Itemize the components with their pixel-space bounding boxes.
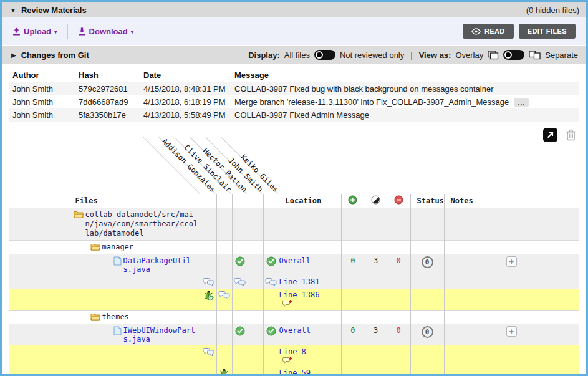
file-icon [113,256,122,266]
line-link[interactable]: Line 1381 [279,277,320,286]
upload-caret-icon: ▾ [54,29,57,35]
added-count: 0 [342,326,365,335]
added-count: 0 [342,256,365,265]
view-option-overlay[interactable]: Overlay [455,51,483,60]
reviewer-name-headers: Addison Gonzales Clive Sinclair Hector P… [2,143,586,194]
changed-lines-icon [371,195,380,205]
comment-bubbles-icon[interactable] [265,277,277,287]
commit-date: 4/13/2018, 5:58:49 PM [140,108,231,122]
commit-author: John Smith [9,82,75,96]
line-link[interactable]: Line 59 [279,369,311,376]
overall-link[interactable]: Overall [279,256,311,265]
folder-name: manager [102,243,201,252]
separate-view-icon [529,51,541,60]
commit-author: John Smith [9,108,75,122]
folder-icon [90,243,100,251]
commit-message: COLLAB-3987 Fixed Admin Message [231,108,579,122]
file-link[interactable]: DataPackageUtils.java [123,256,196,274]
display-toggle[interactable] [314,50,335,60]
changed-count: 3 [364,326,387,335]
commit-hash: 5fa3350b17e [75,108,140,122]
add-note-button[interactable]: + [506,326,517,337]
file-link[interactable]: IWebUIWindowParts.java [123,326,196,344]
commit-row[interactable]: John Smith 7dd66687ad9 4/13/2018, 6:18:1… [9,95,579,108]
display-option-not-reviewed[interactable]: Not reviewed only [340,51,404,60]
reviewed-check-icon [266,256,276,266]
col-location: Location [279,194,341,208]
comment-line-row-unread: Line 8 [9,345,579,367]
defect-status-badge: 0 [422,326,433,338]
page-title: Review Materials [21,6,87,15]
fixed-defect-bug-icon[interactable] [219,369,230,376]
line-link[interactable]: Line 1386 [279,291,320,299]
comment-bubbles-icon[interactable] [234,277,246,287]
display-option-all-files[interactable]: All files [284,51,310,60]
add-comment-icon[interactable] [282,299,292,308]
download-caret-icon: ▾ [131,29,134,35]
defect-status-badge: 0 [422,256,433,268]
comment-line-row-unread: Line 59 [9,367,579,376]
col-hash: Hash [75,69,140,82]
comment-line-row: Line 1381 [9,276,579,289]
overlay-view-icon [488,51,499,60]
col-author: Author [9,69,75,82]
removed-lines-icon [394,195,403,205]
reviewed-check-icon [266,326,276,336]
file-row: IWebUIWindowParts.java Overall 0 3 0 0 + [9,324,579,346]
file-row: DataPackageUtils.java Overall 0 3 0 0 + [9,254,579,276]
changed-count: 3 [364,256,387,265]
view-as-label: View as: [419,51,451,60]
overall-link[interactable]: Overall [279,326,311,335]
fixed-defect-bug-icon[interactable] [203,291,214,301]
view-option-separate[interactable]: Separate [545,51,578,60]
col-date: Date [140,69,231,82]
upload-button[interactable]: Upload ▾ [12,27,57,36]
col-notes: Notes [444,194,579,208]
edit-files-label: EDIT FILES [528,27,567,35]
expand-triangle-icon[interactable]: ▶ [11,52,16,59]
removed-count: 0 [387,256,410,265]
files-header-row: Files Location Status Notes [9,194,579,208]
comment-line-row-unread: Line 1386 [9,289,579,311]
hidden-files-count: (0 hidden files) [526,6,579,15]
display-label: Display: [248,51,280,60]
comment-bubbles-icon[interactable] [203,347,214,357]
read-button[interactable]: READ [463,24,514,39]
commit-date: 4/13/2018, 6:18:19 PM [140,95,231,108]
download-button[interactable]: Download ▾ [78,27,134,36]
git-commits-table: Author Hash Date Message John Smith 579c… [9,69,579,122]
table-actions [11,127,577,143]
view-as-toggle-knob [504,51,512,59]
edit-files-button[interactable]: EDIT FILES [519,24,576,39]
comment-bubbles-icon[interactable] [203,277,214,287]
add-note-button[interactable]: + [506,256,517,267]
col-message: Message [231,69,579,82]
line-link[interactable]: Line 8 [279,347,306,356]
collapse-triangle-icon[interactable]: ▼ [10,7,16,14]
commits-header-row: Author Hash Date Message [9,69,579,82]
folder-icon [90,312,100,321]
delete-button[interactable] [565,128,577,142]
removed-count: 0 [387,326,410,335]
read-label: READ [484,27,505,35]
reviewed-check-icon [235,326,245,336]
col-files: Files [67,194,201,208]
section-header-review-materials: ▼ Review Materials (0 hidden files) [2,2,586,17]
folder-row: collab-datamodel/src/main/java/com/smart… [9,208,579,241]
download-label: Download [89,27,128,36]
commit-date: 4/15/2018, 8:48:31 PM [140,82,231,96]
git-section-title: Changes from Git [21,51,89,60]
comment-bubbles-icon[interactable] [218,291,230,300]
arrow-up-right-icon [546,131,554,139]
view-as-toggle[interactable] [503,50,524,60]
commit-row[interactable]: John Smith 579c2972681 4/15/2018, 8:48:3… [9,82,579,96]
toolbar: Upload ▾ Download ▾ READ EDIT FILES [2,17,586,45]
commit-row[interactable]: John Smith 5fa3350b17e 4/13/2018, 5:58:4… [9,108,579,122]
expand-message-button[interactable]: ... [514,98,529,107]
commit-message: COLLAB-3987 Fixed bug with black backgro… [231,82,579,96]
open-external-button[interactable] [543,128,557,142]
commit-author: John Smith [9,95,75,108]
add-comment-icon[interactable] [282,356,292,365]
eye-icon [471,28,481,35]
trash-icon [565,128,577,142]
